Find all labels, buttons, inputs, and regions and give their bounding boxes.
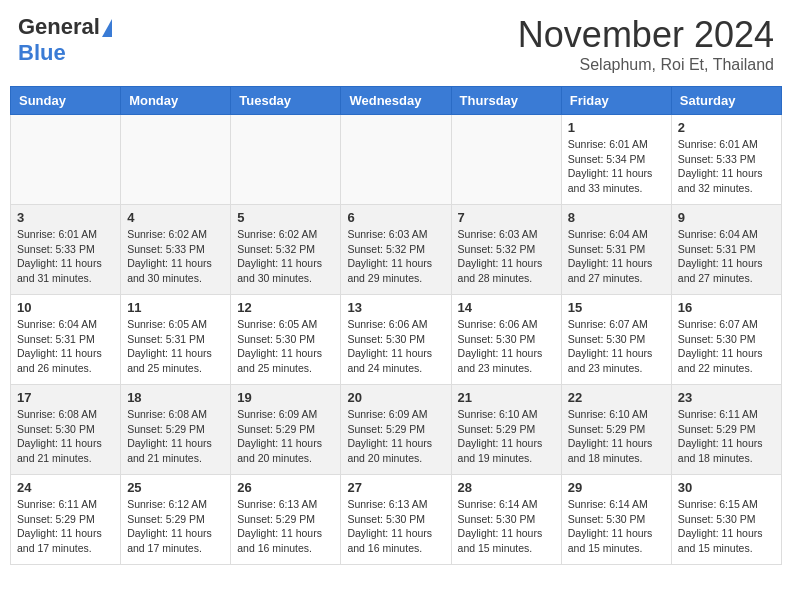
- day-info: Sunrise: 6:02 AMSunset: 5:33 PMDaylight:…: [127, 227, 224, 286]
- calendar-day-cell: [341, 115, 451, 205]
- logo: General Blue: [18, 14, 112, 66]
- calendar-day-cell: [451, 115, 561, 205]
- day-number: 16: [678, 300, 775, 315]
- day-number: 22: [568, 390, 665, 405]
- day-number: 12: [237, 300, 334, 315]
- day-info: Sunrise: 6:06 AMSunset: 5:30 PMDaylight:…: [347, 317, 444, 376]
- day-info: Sunrise: 6:10 AMSunset: 5:29 PMDaylight:…: [458, 407, 555, 466]
- calendar-day-cell: 25Sunrise: 6:12 AMSunset: 5:29 PMDayligh…: [121, 475, 231, 565]
- day-info: Sunrise: 6:04 AMSunset: 5:31 PMDaylight:…: [678, 227, 775, 286]
- day-number: 20: [347, 390, 444, 405]
- calendar-day-header: Friday: [561, 87, 671, 115]
- calendar-day-cell: [231, 115, 341, 205]
- day-info: Sunrise: 6:03 AMSunset: 5:32 PMDaylight:…: [458, 227, 555, 286]
- day-number: 7: [458, 210, 555, 225]
- calendar-day-cell: 29Sunrise: 6:14 AMSunset: 5:30 PMDayligh…: [561, 475, 671, 565]
- day-number: 28: [458, 480, 555, 495]
- day-info: Sunrise: 6:01 AMSunset: 5:33 PMDaylight:…: [678, 137, 775, 196]
- calendar-week-row: 10Sunrise: 6:04 AMSunset: 5:31 PMDayligh…: [11, 295, 782, 385]
- calendar-day-cell: 2Sunrise: 6:01 AMSunset: 5:33 PMDaylight…: [671, 115, 781, 205]
- calendar-day-cell: 12Sunrise: 6:05 AMSunset: 5:30 PMDayligh…: [231, 295, 341, 385]
- calendar-day-header: Monday: [121, 87, 231, 115]
- calendar-day-cell: 27Sunrise: 6:13 AMSunset: 5:30 PMDayligh…: [341, 475, 451, 565]
- day-number: 29: [568, 480, 665, 495]
- day-info: Sunrise: 6:07 AMSunset: 5:30 PMDaylight:…: [678, 317, 775, 376]
- day-number: 14: [458, 300, 555, 315]
- logo-general-text: General: [18, 14, 100, 40]
- day-info: Sunrise: 6:12 AMSunset: 5:29 PMDaylight:…: [127, 497, 224, 556]
- day-number: 21: [458, 390, 555, 405]
- day-number: 11: [127, 300, 224, 315]
- logo-triangle-icon: [102, 19, 112, 37]
- day-number: 10: [17, 300, 114, 315]
- day-info: Sunrise: 6:05 AMSunset: 5:31 PMDaylight:…: [127, 317, 224, 376]
- day-number: 2: [678, 120, 775, 135]
- calendar-day-cell: 11Sunrise: 6:05 AMSunset: 5:31 PMDayligh…: [121, 295, 231, 385]
- calendar-day-cell: 18Sunrise: 6:08 AMSunset: 5:29 PMDayligh…: [121, 385, 231, 475]
- day-number: 1: [568, 120, 665, 135]
- day-info: Sunrise: 6:01 AMSunset: 5:34 PMDaylight:…: [568, 137, 665, 196]
- day-number: 25: [127, 480, 224, 495]
- calendar-week-row: 1Sunrise: 6:01 AMSunset: 5:34 PMDaylight…: [11, 115, 782, 205]
- calendar-day-cell: 17Sunrise: 6:08 AMSunset: 5:30 PMDayligh…: [11, 385, 121, 475]
- calendar-day-header: Saturday: [671, 87, 781, 115]
- calendar-day-cell: [11, 115, 121, 205]
- day-number: 23: [678, 390, 775, 405]
- calendar-day-cell: 6Sunrise: 6:03 AMSunset: 5:32 PMDaylight…: [341, 205, 451, 295]
- calendar-day-cell: 1Sunrise: 6:01 AMSunset: 5:34 PMDaylight…: [561, 115, 671, 205]
- calendar-day-cell: 5Sunrise: 6:02 AMSunset: 5:32 PMDaylight…: [231, 205, 341, 295]
- day-info: Sunrise: 6:06 AMSunset: 5:30 PMDaylight:…: [458, 317, 555, 376]
- day-number: 6: [347, 210, 444, 225]
- calendar-day-cell: 7Sunrise: 6:03 AMSunset: 5:32 PMDaylight…: [451, 205, 561, 295]
- day-number: 4: [127, 210, 224, 225]
- day-info: Sunrise: 6:02 AMSunset: 5:32 PMDaylight:…: [237, 227, 334, 286]
- calendar-day-cell: 20Sunrise: 6:09 AMSunset: 5:29 PMDayligh…: [341, 385, 451, 475]
- title-section: November 2024 Selaphum, Roi Et, Thailand: [518, 14, 774, 74]
- calendar-day-header: Wednesday: [341, 87, 451, 115]
- day-info: Sunrise: 6:13 AMSunset: 5:30 PMDaylight:…: [347, 497, 444, 556]
- day-info: Sunrise: 6:05 AMSunset: 5:30 PMDaylight:…: [237, 317, 334, 376]
- day-info: Sunrise: 6:04 AMSunset: 5:31 PMDaylight:…: [17, 317, 114, 376]
- calendar-day-header: Thursday: [451, 87, 561, 115]
- month-title: November 2024: [518, 14, 774, 56]
- day-info: Sunrise: 6:09 AMSunset: 5:29 PMDaylight:…: [237, 407, 334, 466]
- day-info: Sunrise: 6:04 AMSunset: 5:31 PMDaylight:…: [568, 227, 665, 286]
- calendar-day-cell: 15Sunrise: 6:07 AMSunset: 5:30 PMDayligh…: [561, 295, 671, 385]
- calendar-day-cell: 26Sunrise: 6:13 AMSunset: 5:29 PMDayligh…: [231, 475, 341, 565]
- day-number: 24: [17, 480, 114, 495]
- day-info: Sunrise: 6:03 AMSunset: 5:32 PMDaylight:…: [347, 227, 444, 286]
- calendar-day-cell: 22Sunrise: 6:10 AMSunset: 5:29 PMDayligh…: [561, 385, 671, 475]
- day-number: 17: [17, 390, 114, 405]
- calendar-day-cell: 8Sunrise: 6:04 AMSunset: 5:31 PMDaylight…: [561, 205, 671, 295]
- day-info: Sunrise: 6:11 AMSunset: 5:29 PMDaylight:…: [17, 497, 114, 556]
- day-number: 5: [237, 210, 334, 225]
- calendar-day-cell: 28Sunrise: 6:14 AMSunset: 5:30 PMDayligh…: [451, 475, 561, 565]
- day-number: 3: [17, 210, 114, 225]
- day-number: 15: [568, 300, 665, 315]
- day-info: Sunrise: 6:14 AMSunset: 5:30 PMDaylight:…: [458, 497, 555, 556]
- day-info: Sunrise: 6:09 AMSunset: 5:29 PMDaylight:…: [347, 407, 444, 466]
- calendar-header-row: SundayMondayTuesdayWednesdayThursdayFrid…: [11, 87, 782, 115]
- calendar-day-cell: 10Sunrise: 6:04 AMSunset: 5:31 PMDayligh…: [11, 295, 121, 385]
- calendar-day-header: Tuesday: [231, 87, 341, 115]
- day-number: 19: [237, 390, 334, 405]
- day-info: Sunrise: 6:10 AMSunset: 5:29 PMDaylight:…: [568, 407, 665, 466]
- calendar-week-row: 17Sunrise: 6:08 AMSunset: 5:30 PMDayligh…: [11, 385, 782, 475]
- calendar-day-cell: 4Sunrise: 6:02 AMSunset: 5:33 PMDaylight…: [121, 205, 231, 295]
- calendar-day-cell: 19Sunrise: 6:09 AMSunset: 5:29 PMDayligh…: [231, 385, 341, 475]
- day-number: 18: [127, 390, 224, 405]
- calendar-day-cell: 23Sunrise: 6:11 AMSunset: 5:29 PMDayligh…: [671, 385, 781, 475]
- day-number: 9: [678, 210, 775, 225]
- location-subtitle: Selaphum, Roi Et, Thailand: [518, 56, 774, 74]
- day-info: Sunrise: 6:11 AMSunset: 5:29 PMDaylight:…: [678, 407, 775, 466]
- calendar-day-cell: 13Sunrise: 6:06 AMSunset: 5:30 PMDayligh…: [341, 295, 451, 385]
- calendar-table: SundayMondayTuesdayWednesdayThursdayFrid…: [10, 86, 782, 565]
- day-info: Sunrise: 6:14 AMSunset: 5:30 PMDaylight:…: [568, 497, 665, 556]
- day-number: 27: [347, 480, 444, 495]
- logo-blue-text: Blue: [18, 40, 66, 66]
- day-info: Sunrise: 6:07 AMSunset: 5:30 PMDaylight:…: [568, 317, 665, 376]
- calendar-day-cell: 21Sunrise: 6:10 AMSunset: 5:29 PMDayligh…: [451, 385, 561, 475]
- day-info: Sunrise: 6:13 AMSunset: 5:29 PMDaylight:…: [237, 497, 334, 556]
- calendar-week-row: 24Sunrise: 6:11 AMSunset: 5:29 PMDayligh…: [11, 475, 782, 565]
- calendar-day-cell: 24Sunrise: 6:11 AMSunset: 5:29 PMDayligh…: [11, 475, 121, 565]
